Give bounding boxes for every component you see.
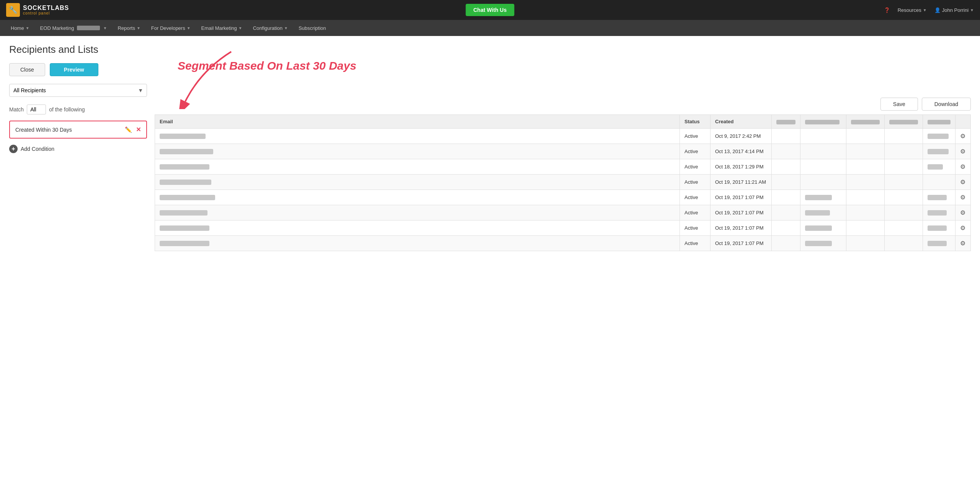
layout: Close Preview All Recipients ▼ Match All… <box>9 63 971 251</box>
gear-icon[interactable]: ⚙ <box>960 209 965 216</box>
user-arrow: ▼ <box>970 8 974 12</box>
col-header-8 <box>923 115 956 129</box>
cell-5 <box>800 159 846 175</box>
cell-created: Oct 13, 2017 4:14 PM <box>710 144 772 159</box>
nav-item-configuration[interactable]: Configuration ▼ <box>248 23 292 33</box>
cell-8 <box>923 144 956 159</box>
recipients-dropdown-wrap: All Recipients ▼ <box>9 84 147 97</box>
save-button[interactable]: Save <box>880 98 918 111</box>
help-icon[interactable]: ❓ <box>884 7 890 13</box>
gear-icon[interactable]: ⚙ <box>960 240 965 247</box>
table-row: Active Oct 9, 2017 2:42 PM ⚙ <box>155 129 971 144</box>
nav-item-home[interactable]: Home ▼ <box>6 23 34 33</box>
cell-created: Oct 18, 2017 1:29 PM <box>710 159 772 175</box>
nav-arrow-eod: ▼ <box>103 26 107 30</box>
nav-item-subscription[interactable]: Subscription <box>294 23 331 33</box>
nav-item-eod[interactable]: EOD Marketing ▼ <box>36 23 112 33</box>
col-header-created: Created <box>710 115 772 129</box>
cell-6 <box>846 175 885 190</box>
cell-6 <box>846 159 885 175</box>
cell-8 <box>923 205 956 220</box>
gear-icon[interactable]: ⚙ <box>960 194 965 201</box>
add-condition-btn[interactable]: + Add Condition <box>9 145 147 153</box>
nav-item-reports[interactable]: Reports ▼ <box>113 23 145 33</box>
close-button[interactable]: Close <box>9 63 45 76</box>
condition-delete-icon[interactable]: ✕ <box>136 126 141 133</box>
cell-gear[interactable]: ⚙ <box>956 159 971 175</box>
cell-email <box>155 144 680 159</box>
cell-7 <box>885 236 923 251</box>
cell-7 <box>885 159 923 175</box>
cell-5 <box>800 144 846 159</box>
nav-item-developers[interactable]: For Developers ▼ <box>147 23 195 33</box>
cell-7 <box>885 144 923 159</box>
cell-gear[interactable]: ⚙ <box>956 175 971 190</box>
table-row: Active Oct 19, 2017 1:07 PM ⚙ <box>155 190 971 205</box>
logo-icon: 🔧 <box>6 3 20 17</box>
cell-4 <box>772 159 800 175</box>
cell-4 <box>772 236 800 251</box>
cell-gear[interactable]: ⚙ <box>956 144 971 159</box>
cell-5 <box>800 220 846 236</box>
cell-status: Active <box>680 220 710 236</box>
gear-icon[interactable]: ⚙ <box>960 148 965 155</box>
condition-edit-icon[interactable]: ✏️ <box>125 126 132 133</box>
cell-gear[interactable]: ⚙ <box>956 129 971 144</box>
col-header-6 <box>846 115 885 129</box>
col-header-gear <box>956 115 971 129</box>
preview-button[interactable]: Preview <box>50 63 98 76</box>
cell-status: Active <box>680 159 710 175</box>
right-panel: Segment Based On Last 30 Days Save Downl… <box>155 63 971 251</box>
cell-4 <box>772 205 800 220</box>
match-post-label: of the following <box>49 106 85 113</box>
col-header-email: Email <box>155 115 680 129</box>
cell-4 <box>772 175 800 190</box>
annotation-area: Segment Based On Last 30 Days <box>155 63 971 94</box>
chat-button[interactable]: Chat With Us <box>466 4 514 16</box>
table-row: Active Oct 13, 2017 4:14 PM ⚙ <box>155 144 971 159</box>
cell-8 <box>923 190 956 205</box>
cell-email <box>155 159 680 175</box>
gear-icon[interactable]: ⚙ <box>960 133 965 139</box>
left-panel: Close Preview All Recipients ▼ Match All… <box>9 63 155 153</box>
cell-5 <box>800 190 846 205</box>
cell-8 <box>923 159 956 175</box>
cell-gear[interactable]: ⚙ <box>956 205 971 220</box>
nav-arrow-reports: ▼ <box>137 26 140 30</box>
cell-6 <box>846 144 885 159</box>
page-title: Recipients and Lists <box>9 44 971 56</box>
logo: 🔧 SOCKETLABS control panel <box>6 3 69 17</box>
table-row: Active Oct 18, 2017 1:29 PM ⚙ <box>155 159 971 175</box>
cell-email <box>155 220 680 236</box>
gear-icon[interactable]: ⚙ <box>960 163 965 170</box>
cell-gear[interactable]: ⚙ <box>956 220 971 236</box>
nav-bar: Home ▼ EOD Marketing ▼ Reports ▼ For Dev… <box>0 20 980 36</box>
cell-status: Active <box>680 175 710 190</box>
cell-status: Active <box>680 190 710 205</box>
match-select[interactable]: All <box>27 105 46 114</box>
download-button[interactable]: Download <box>922 98 971 111</box>
gear-icon[interactable]: ⚙ <box>960 225 965 231</box>
cell-email <box>155 205 680 220</box>
cell-gear[interactable]: ⚙ <box>956 236 971 251</box>
resources-menu[interactable]: Resources ▼ <box>898 7 927 13</box>
cell-4 <box>772 144 800 159</box>
resources-arrow: ▼ <box>923 8 927 12</box>
cell-created: Oct 19, 2017 11:21 AM <box>710 175 772 190</box>
cell-created: Oct 19, 2017 1:07 PM <box>710 190 772 205</box>
nav-arrow-email: ▼ <box>238 26 242 30</box>
cell-gear[interactable]: ⚙ <box>956 190 971 205</box>
cell-7 <box>885 220 923 236</box>
col-header-7 <box>885 115 923 129</box>
recipients-dropdown[interactable]: All Recipients <box>9 84 147 97</box>
cell-7 <box>885 190 923 205</box>
nav-item-email-marketing[interactable]: Email Marketing ▼ <box>197 23 247 33</box>
gear-icon[interactable]: ⚙ <box>960 179 965 185</box>
col-header-status: Status <box>680 115 710 129</box>
match-pre-label: Match <box>9 106 24 113</box>
cell-5 <box>800 236 846 251</box>
condition-box: Created Within 30 Days ✏️ ✕ <box>9 121 147 139</box>
logo-text: SOCKETLABS control panel <box>23 5 69 16</box>
user-menu[interactable]: 👤 John Porrini ▼ <box>934 7 974 13</box>
annotation-text: Segment Based On Last 30 Days <box>178 59 356 72</box>
